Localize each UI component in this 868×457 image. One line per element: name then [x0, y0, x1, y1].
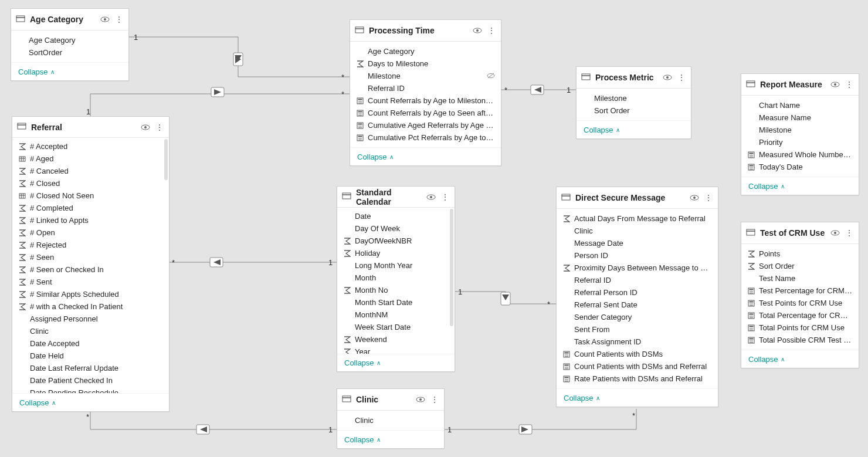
rel-calendar-dsm[interactable] — [454, 292, 556, 304]
field-row[interactable]: Sort Order — [741, 260, 859, 272]
field-row[interactable]: Today's Date — [741, 161, 859, 173]
table-referral[interactable]: Referral ⋮ # Accepted# Aged# Canceled# C… — [12, 116, 169, 412]
field-row[interactable]: SortOrder — [11, 46, 128, 59]
field-row[interactable]: Referral ID — [557, 274, 718, 286]
rel-dir-clinic-referral[interactable] — [196, 425, 209, 434]
field-row[interactable]: Milestone — [350, 70, 501, 82]
rel-dir-calendar-dsm[interactable] — [501, 292, 510, 305]
field-row[interactable]: Actual Days From Message to Referral — [557, 212, 718, 225]
more-options[interactable]: ⋮ — [677, 73, 686, 82]
field-row[interactable]: Total Possible CRM Test Points — [741, 334, 859, 346]
field-row[interactable]: Priority — [741, 136, 859, 148]
field-row[interactable]: Person ID — [557, 249, 718, 262]
field-row[interactable]: Test Percentage for CRM Use — [741, 285, 859, 297]
field-row[interactable]: # Seen — [12, 251, 169, 263]
table-report-measure[interactable]: Report Measure ⋮ Chart NameMeasure NameM… — [741, 73, 859, 195]
field-row[interactable]: Assigned Personnel — [12, 313, 169, 325]
table-clinic[interactable]: Clinic ⋮ Clinic Collapse∧ — [337, 388, 445, 449]
field-row[interactable]: Referral Person ID — [557, 286, 718, 299]
field-row[interactable]: Date Pending Reschedule — [12, 387, 169, 393]
field-row[interactable]: Month — [337, 272, 455, 284]
rel-clinic-dsm[interactable] — [443, 409, 636, 429]
more-options[interactable]: ⋮ — [845, 228, 854, 238]
field-row[interactable]: Date Held — [12, 350, 169, 362]
field-row[interactable]: Clinic — [337, 414, 444, 426]
field-row[interactable]: Message Date — [557, 237, 718, 249]
visibility-toggle[interactable] — [663, 73, 672, 82]
field-row[interactable]: # Aged — [12, 153, 169, 165]
more-options[interactable]: ⋮ — [155, 123, 164, 132]
field-row[interactable]: Day Of Week — [337, 222, 455, 235]
field-row[interactable]: # Sent — [12, 276, 169, 288]
field-row[interactable]: Milestone — [577, 92, 691, 104]
field-row[interactable]: Count Patients with DSMs — [557, 348, 718, 360]
visibility-toggle[interactable] — [830, 228, 840, 238]
more-options[interactable]: ⋮ — [114, 15, 124, 24]
field-row[interactable]: # Linked to Appts — [12, 214, 169, 226]
rel-age-processing[interactable] — [128, 37, 350, 77]
field-row[interactable]: Date Patient Checked In — [12, 374, 169, 387]
field-row[interactable]: Week Start Date — [337, 321, 455, 333]
field-row[interactable]: Points — [741, 248, 859, 260]
collapse-button[interactable]: Collapse∧ — [741, 177, 859, 195]
visibility-toggle[interactable] — [426, 192, 436, 202]
rel-dir-referral-processing[interactable] — [211, 87, 224, 97]
field-row[interactable]: Age Category — [350, 45, 501, 57]
visibility-toggle[interactable] — [100, 15, 110, 24]
field-row[interactable]: Count Referrals by Age to Seen after 90d — [350, 107, 501, 119]
rel-dir-calendar-referral[interactable] — [210, 258, 223, 267]
collapse-button[interactable]: Collapse∧ — [741, 350, 859, 368]
field-row[interactable]: Total Percentage for CRM Use — [741, 309, 859, 321]
field-row[interactable]: Age Category — [11, 34, 128, 46]
field-row[interactable]: # Rejected — [12, 239, 169, 251]
visibility-toggle[interactable] — [473, 26, 482, 35]
field-row[interactable]: Referral ID — [350, 82, 501, 94]
visibility-toggle[interactable] — [416, 395, 425, 404]
visibility-toggle[interactable] — [141, 123, 150, 132]
rel-referral-processing[interactable] — [90, 94, 350, 116]
more-options[interactable]: ⋮ — [845, 80, 854, 89]
field-row[interactable]: # Completed — [12, 202, 169, 214]
table-test-crm-use[interactable]: Test of CRM Use ⋮ PointsSort OrderTest N… — [741, 222, 859, 368]
collapse-button[interactable]: Collapse∧ — [350, 147, 501, 165]
field-row[interactable]: Holiday — [337, 247, 455, 259]
collapse-button[interactable]: Collapse∧ — [12, 393, 169, 411]
collapse-button[interactable]: Collapse∧ — [337, 354, 455, 371]
field-row[interactable]: Test Name — [741, 272, 859, 285]
field-row[interactable]: # Similar Appts Scheduled — [12, 288, 169, 300]
table-standard-calendar[interactable]: Standard Calendar ⋮ DateDay Of WeekDayOf… — [337, 186, 455, 372]
field-row[interactable]: # Accepted — [12, 140, 169, 153]
table-age-category[interactable]: Age Category ⋮ Age CategorySortOrder Col… — [11, 8, 129, 81]
field-row[interactable]: # Open — [12, 226, 169, 239]
field-row[interactable]: Sender Category — [557, 311, 718, 323]
field-row[interactable]: Sort Order — [577, 104, 691, 117]
field-row[interactable]: Month No — [337, 284, 455, 296]
field-row[interactable]: Date Last Referral Update — [12, 362, 169, 374]
field-row[interactable]: Test Points for CRM Use — [741, 297, 859, 309]
field-row[interactable]: Year — [337, 346, 455, 354]
field-row[interactable]: # Seen or Checked In — [12, 263, 169, 276]
collapse-button[interactable]: Collapse∧ — [337, 430, 444, 448]
table-process-metric[interactable]: Process Metric ⋮ MilestoneSort Order Col… — [576, 66, 691, 139]
field-row[interactable]: Count Patients with DSMs and Referral — [557, 360, 718, 373]
field-row[interactable]: Weekend — [337, 333, 455, 346]
field-row[interactable]: DayOfWeekNBR — [337, 235, 455, 247]
rel-dir-clinic-dsm[interactable] — [519, 425, 532, 434]
more-options[interactable]: ⋮ — [704, 193, 713, 202]
collapse-button[interactable]: Collapse∧ — [11, 62, 128, 80]
field-row[interactable]: Long Month Year — [337, 259, 455, 272]
field-row[interactable]: Measured Whole Number Value — [741, 148, 859, 161]
field-row[interactable]: Days to Milestone — [350, 57, 501, 70]
field-row[interactable]: # Closed Not Seen — [12, 189, 169, 202]
field-row[interactable]: Measure Name — [741, 111, 859, 124]
field-row[interactable]: Rate Patients with DSMs and Referral — [557, 373, 718, 385]
field-row[interactable]: Month Start Date — [337, 296, 455, 309]
field-row[interactable]: Task Assignment ID — [557, 336, 718, 348]
field-row[interactable]: Cumulative Pct Referrals by Age to Seen … — [350, 131, 501, 144]
field-row[interactable]: # Closed — [12, 177, 169, 189]
field-row[interactable]: Total Points for CRM Use — [741, 321, 859, 334]
more-options[interactable]: ⋮ — [430, 395, 439, 404]
field-row[interactable]: Sent From — [557, 323, 718, 336]
rel-clinic-referral[interactable] — [90, 411, 337, 429]
field-row[interactable]: Cumulative Aged Referrals by Age to Seen… — [350, 119, 501, 131]
